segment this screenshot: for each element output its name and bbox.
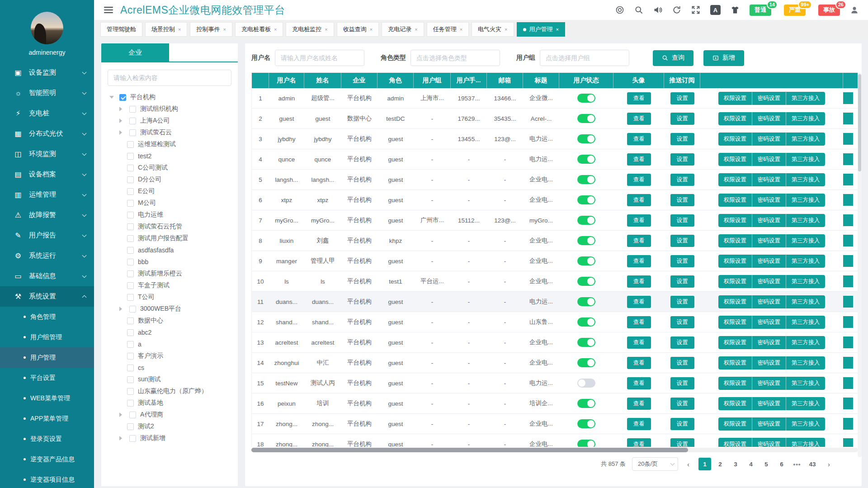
sidebar-subitem[interactable]: 登录页设置 bbox=[0, 429, 94, 449]
user-status-toggle[interactable] bbox=[577, 379, 595, 388]
push-setting-button[interactable]: 设置 bbox=[670, 235, 694, 247]
password-setting-button[interactable]: 密码设置 bbox=[752, 133, 786, 146]
tree-node[interactable]: abc2 bbox=[104, 327, 238, 338]
prev-page-button[interactable]: ‹ bbox=[684, 460, 692, 468]
permission-setting-button[interactable]: 权限设置 bbox=[718, 112, 752, 125]
clipped-action-button[interactable] bbox=[843, 133, 853, 145]
expand-arrow-icon[interactable] bbox=[119, 412, 122, 417]
close-icon[interactable]: × bbox=[178, 27, 181, 32]
sidebar-item[interactable]: ◫ 环境监测 bbox=[0, 144, 94, 164]
tree-checkbox[interactable] bbox=[127, 317, 134, 324]
search-icon[interactable] bbox=[634, 5, 643, 14]
push-setting-button[interactable]: 设置 bbox=[670, 296, 694, 308]
clipped-action-button[interactable] bbox=[843, 377, 853, 389]
expand-arrow-icon[interactable] bbox=[119, 130, 122, 135]
clipped-action-button[interactable] bbox=[843, 113, 853, 124]
user-status-toggle[interactable] bbox=[577, 114, 595, 123]
sidebar-item[interactable]: ☼ 智能照明 bbox=[0, 83, 94, 103]
alarm-badge[interactable]: 普通 14 bbox=[750, 5, 771, 16]
tree-node[interactable]: D分公司 bbox=[104, 174, 238, 185]
view-avatar-button[interactable]: 查看 bbox=[627, 418, 651, 430]
sidebar-subitem[interactable]: APP菜单管理 bbox=[0, 408, 94, 429]
push-setting-button[interactable]: 设置 bbox=[670, 357, 694, 369]
close-icon[interactable]: × bbox=[223, 27, 226, 32]
tree-checkbox[interactable] bbox=[127, 376, 134, 383]
tree-checkbox[interactable] bbox=[127, 247, 134, 254]
horizontal-scrollbar-thumb[interactable] bbox=[251, 448, 688, 452]
sidebar-item[interactable]: ▭ 基础信息 bbox=[0, 266, 94, 286]
view-avatar-button[interactable]: 查看 bbox=[627, 235, 651, 247]
close-icon[interactable]: × bbox=[505, 27, 507, 32]
user-status-toggle[interactable] bbox=[577, 94, 595, 103]
tree-checkbox[interactable] bbox=[127, 153, 134, 160]
third-party-button[interactable]: 第三方接入 bbox=[786, 438, 826, 447]
view-avatar-button[interactable]: 查看 bbox=[627, 377, 651, 389]
tab[interactable]: 充电桩监控 × bbox=[286, 22, 334, 37]
password-setting-button[interactable]: 密码设置 bbox=[752, 234, 786, 247]
clipped-action-button[interactable] bbox=[843, 357, 853, 369]
permission-setting-button[interactable]: 权限设置 bbox=[718, 377, 752, 390]
clipped-action-button[interactable] bbox=[843, 235, 853, 246]
user-status-toggle[interactable] bbox=[577, 155, 595, 164]
tree-node[interactable]: asdfasfasdfa bbox=[104, 244, 238, 256]
page-button[interactable]: 43 bbox=[806, 458, 819, 470]
tab[interactable]: 用户管理 × bbox=[517, 22, 565, 37]
tree-node[interactable]: a bbox=[104, 338, 238, 350]
tree-checkbox[interactable] bbox=[127, 329, 134, 336]
tree-node[interactable]: 车盒子测试 bbox=[104, 280, 238, 291]
tree-checkbox[interactable] bbox=[127, 270, 134, 277]
tree-node[interactable]: cs bbox=[104, 362, 238, 374]
clipped-action-button[interactable] bbox=[843, 214, 853, 226]
third-party-button[interactable]: 第三方接入 bbox=[786, 417, 826, 431]
view-avatar-button[interactable]: 查看 bbox=[627, 255, 651, 267]
sidebar-item[interactable]: ⚡ 充电桩 bbox=[0, 103, 94, 123]
view-avatar-button[interactable]: 查看 bbox=[627, 113, 651, 125]
permission-setting-button[interactable]: 权限设置 bbox=[718, 336, 752, 349]
tree-node[interactable]: 上海A公司 bbox=[104, 115, 238, 127]
permission-setting-button[interactable]: 权限设置 bbox=[718, 92, 752, 105]
page-button[interactable]: 2 bbox=[714, 458, 726, 470]
sidebar-item[interactable]: ✎ 用户报告 bbox=[0, 225, 94, 246]
view-avatar-button[interactable]: 查看 bbox=[627, 133, 651, 145]
tree-node[interactable]: 测试新增 bbox=[104, 432, 238, 444]
clipped-action-button[interactable] bbox=[843, 92, 853, 104]
view-avatar-button[interactable]: 查看 bbox=[627, 336, 651, 349]
tab[interactable]: 充电记录 × bbox=[382, 22, 424, 37]
tree-search-input[interactable] bbox=[108, 70, 231, 86]
tree-node[interactable]: 测试新增乐橙云 bbox=[104, 268, 238, 280]
third-party-button[interactable]: 第三方接入 bbox=[786, 194, 826, 207]
tree-node[interactable]: sun测试 bbox=[104, 374, 238, 385]
view-avatar-button[interactable]: 查看 bbox=[627, 438, 651, 447]
third-party-button[interactable]: 第三方接入 bbox=[786, 234, 826, 247]
sidebar-item[interactable]: ▣ 设备监测 bbox=[0, 62, 94, 83]
tree-node[interactable]: 测试萤石云托管 bbox=[104, 221, 238, 232]
tree-node[interactable]: T公司 bbox=[104, 291, 238, 303]
tree-checkbox[interactable] bbox=[127, 235, 134, 242]
sidebar-subitem[interactable]: 逆变器产品信息 bbox=[0, 449, 94, 469]
view-avatar-button[interactable]: 查看 bbox=[627, 194, 651, 206]
user-status-toggle[interactable] bbox=[577, 297, 595, 306]
sidebar-item[interactable]: ⚠ 故障报警 bbox=[0, 205, 94, 225]
user-status-toggle[interactable] bbox=[577, 175, 595, 184]
user-status-toggle[interactable] bbox=[577, 236, 595, 245]
clipped-action-button[interactable] bbox=[843, 336, 853, 348]
password-setting-button[interactable]: 密码设置 bbox=[752, 275, 786, 288]
tab[interactable]: 任务管理 × bbox=[427, 22, 469, 37]
third-party-button[interactable]: 第三方接入 bbox=[786, 255, 826, 268]
tree-checkbox[interactable] bbox=[129, 118, 136, 124]
user-status-toggle[interactable] bbox=[577, 338, 595, 347]
page-button[interactable]: 1 bbox=[698, 458, 711, 470]
user-status-toggle[interactable] bbox=[577, 317, 595, 327]
page-button[interactable]: 5 bbox=[760, 458, 773, 470]
sidebar-item[interactable]: ▦ 分布式光伏 bbox=[0, 123, 94, 144]
push-setting-button[interactable]: 设置 bbox=[670, 194, 694, 206]
tree-node[interactable]: bbb bbox=[104, 256, 238, 268]
third-party-button[interactable]: 第三方接入 bbox=[786, 316, 826, 329]
close-icon[interactable]: × bbox=[415, 27, 417, 32]
password-setting-button[interactable]: 密码设置 bbox=[752, 173, 786, 186]
tab[interactable]: 管理驾驶舱 × bbox=[100, 22, 142, 37]
push-setting-button[interactable]: 设置 bbox=[670, 153, 694, 166]
user-status-toggle[interactable] bbox=[577, 216, 595, 225]
push-setting-button[interactable]: 设置 bbox=[670, 418, 694, 430]
tree-checkbox[interactable] bbox=[129, 306, 136, 313]
